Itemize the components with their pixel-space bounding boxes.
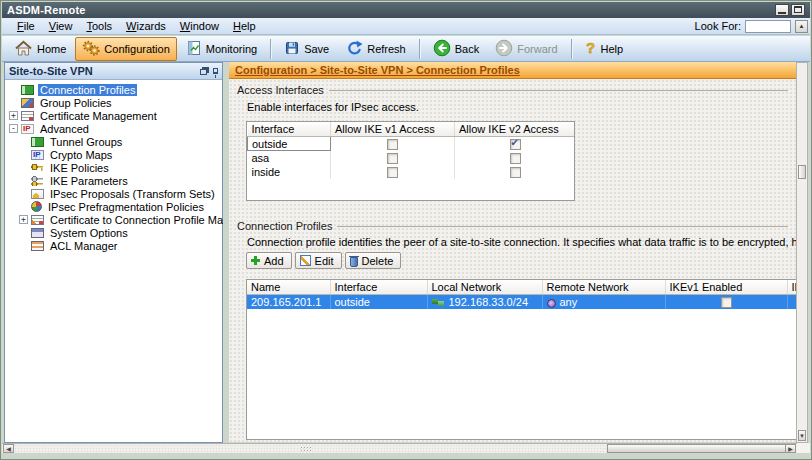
sidebar-item-ike-parameters[interactable]: IKE Parameters	[5, 174, 222, 187]
forward-icon	[495, 39, 513, 59]
sidebar-item-ipsec-proposals[interactable]: IPsec Proposals (Transform Sets)	[5, 187, 222, 200]
profile-row-selected[interactable]: 209.165.201.1 outside 192.168.33.0/24 an…	[247, 295, 797, 309]
table-row[interactable]: asa	[248, 151, 576, 165]
menu-file[interactable]: File	[10, 19, 42, 33]
ike-parameters-icon	[31, 176, 44, 186]
profile-interface: outside	[330, 295, 427, 309]
group-divider	[329, 90, 788, 91]
ike-v1-checkbox[interactable]	[387, 167, 398, 178]
menu-view[interactable]: View	[42, 19, 80, 33]
scroll-left-arrow-icon[interactable]: ◀	[3, 444, 14, 453]
column-interface[interactable]: Interface	[330, 280, 427, 295]
content-body: Access Interfaces Enable interfaces for …	[229, 79, 798, 442]
sidebar-item-tunnel-groups[interactable]: Tunnel Groups	[5, 135, 222, 148]
column-local-network[interactable]: Local Network	[427, 280, 542, 295]
interface-cell[interactable]: inside	[248, 165, 331, 179]
minimize-button[interactable]	[775, 4, 789, 16]
forward-button[interactable]: Forward	[488, 36, 564, 62]
sidebar-item-group-policies[interactable]: Group Policies	[5, 96, 222, 109]
ike-v1-checkbox[interactable]	[387, 139, 398, 150]
save-button[interactable]: Save	[277, 37, 336, 61]
column-allow-ike-v2[interactable]: Allow IKE v2 Access	[455, 122, 576, 137]
ipsec-proposals-icon	[31, 189, 44, 199]
scroll-right-arrow-icon[interactable]: ▶	[785, 444, 796, 453]
column-remote-network[interactable]: Remote Network	[542, 280, 665, 295]
ipsec-prefragmentation-icon	[31, 201, 42, 212]
sidebar-item-certificate-management[interactable]: + Certificate Management	[5, 109, 222, 122]
interface-cell[interactable]: asa	[248, 151, 331, 165]
connection-profiles-table: Name Interface Local Network Remote Netw…	[246, 279, 797, 440]
pin-panel-icon[interactable]	[213, 68, 218, 74]
ike-v1-checkbox[interactable]	[387, 153, 398, 164]
sidebar-item-advanced[interactable]: - Advanced	[5, 122, 222, 135]
table-row[interactable]: inside	[248, 165, 576, 179]
delete-button[interactable]: Delete	[345, 252, 402, 269]
undock-panel-icon[interactable]	[200, 69, 207, 75]
access-interfaces-description: Enable interfaces for IPsec access.	[247, 101, 419, 113]
look-for-label: Look For:	[695, 20, 741, 32]
menu-bar: File View Tools Wizards Window Help Look…	[2, 18, 810, 35]
svg-text:?: ?	[586, 40, 595, 56]
access-interfaces-title: Access Interfaces	[237, 84, 324, 96]
menu-tools[interactable]: Tools	[79, 19, 119, 33]
connection-profiles-icon	[21, 85, 34, 95]
column-interface[interactable]: Interface	[248, 122, 331, 137]
table-row[interactable]: outside	[248, 137, 576, 151]
breadcrumb[interactable]: Configuration > Site-to-Site VPN > Conne…	[235, 64, 520, 76]
tunnel-groups-icon	[31, 137, 44, 147]
sidebar-item-system-options[interactable]: System Options	[5, 226, 222, 239]
add-button[interactable]: Add	[246, 252, 292, 269]
certificate-to-profile-maps-icon	[31, 215, 44, 225]
monitoring-button[interactable]: Monitoring	[179, 37, 264, 61]
profile-name: 209.165.201.1	[247, 295, 330, 309]
sidebar-item-connection-profiles[interactable]: Connection Profiles	[5, 83, 222, 96]
menu-help[interactable]: Help	[226, 19, 263, 33]
sidebar-item-ipsec-prefragmentation[interactable]: IPsec Prefragmentation Policies	[5, 200, 222, 213]
refresh-button[interactable]: Refresh	[338, 37, 413, 61]
column-ikev1-enabled[interactable]: IKEv1 Enabled	[665, 280, 787, 295]
sidebar-item-ike-policies[interactable]: IKE Policies	[5, 161, 222, 174]
profile-actions: Add Edit Delete	[246, 252, 401, 269]
maximize-button[interactable]	[791, 4, 805, 16]
ike-v2-checkbox[interactable]	[510, 153, 521, 164]
profile-remote-network: any	[542, 295, 665, 309]
back-button[interactable]: Back	[426, 36, 486, 62]
column-allow-ike-v1[interactable]: Allow IKE v1 Access	[331, 122, 455, 137]
ike-v2-checkbox[interactable]	[510, 139, 521, 150]
sidebar-item-acl-manager[interactable]: ACL Manager	[5, 239, 222, 252]
table-header-row: Interface Allow IKE v1 Access Allow IKE …	[248, 122, 576, 137]
connection-profiles-description: Connection profile identifies the peer o…	[247, 236, 796, 248]
interface-cell[interactable]: outside	[248, 137, 331, 151]
home-button[interactable]: Home	[7, 37, 73, 61]
add-icon	[251, 256, 260, 265]
scroll-down-arrow-icon[interactable]: ▼	[798, 430, 806, 441]
configuration-button[interactable]: Configuration	[75, 37, 176, 61]
toolbar-separator	[571, 39, 572, 59]
certificate-management-icon	[21, 111, 34, 121]
scroll-up-arrow-icon[interactable]: ▲	[795, 20, 808, 33]
back-icon	[433, 39, 451, 59]
vertical-scrollbar[interactable]: ▼	[796, 62, 808, 443]
column-name[interactable]: Name	[247, 280, 330, 295]
vertical-scrollbar-thumb[interactable]	[798, 165, 806, 179]
look-for-area: Look For: ▲	[695, 20, 810, 33]
sidebar-title: Site-to-Site VPN	[9, 65, 93, 77]
acl-manager-icon	[31, 241, 44, 251]
horizontal-scrollbar-thumb[interactable]	[607, 444, 787, 453]
crypto-maps-icon	[31, 150, 44, 160]
content-panel: Configuration > Site-to-Site VPN > Conne…	[229, 62, 798, 442]
ikev1-enabled-checkbox[interactable]	[721, 297, 732, 308]
ike-policies-icon	[31, 163, 44, 173]
sidebar-item-certificate-to-profile-maps[interactable]: + Certificate to Connection Profile Maps	[5, 213, 222, 226]
ike-v2-checkbox[interactable]	[510, 167, 521, 178]
help-button[interactable]: ? Help	[578, 37, 631, 61]
delete-icon	[350, 257, 358, 267]
edit-button[interactable]: Edit	[295, 252, 342, 269]
refresh-icon	[345, 40, 363, 58]
main-toolbar: Home Configuration Monitoring Save Refre…	[2, 36, 810, 62]
menu-wizards[interactable]: Wizards	[119, 19, 173, 33]
look-for-input[interactable]	[745, 20, 791, 33]
menu-window[interactable]: Window	[173, 19, 226, 33]
any-globe-icon	[547, 299, 556, 308]
sidebar-item-crypto-maps[interactable]: Crypto Maps	[5, 148, 222, 161]
